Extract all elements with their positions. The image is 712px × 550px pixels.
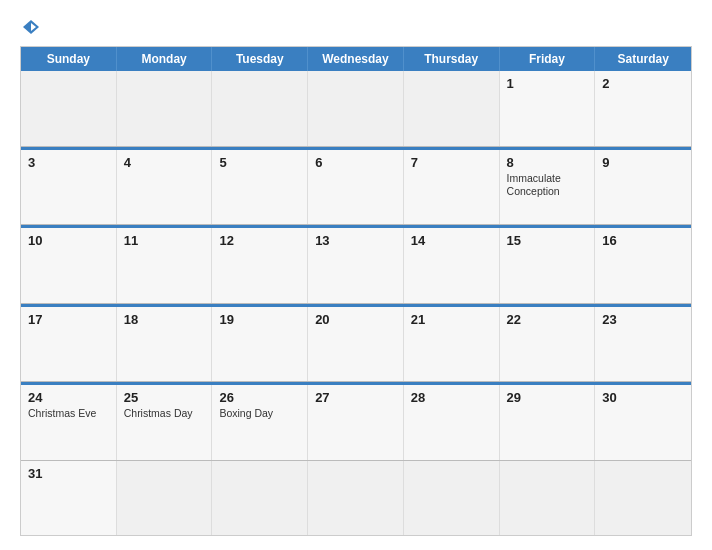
cell-day-number: 19 (219, 312, 300, 327)
cell-day-number: 2 (602, 76, 684, 91)
cal-cell-r2-c1: 11 (117, 228, 213, 303)
cal-cell-r5-c5 (500, 461, 596, 536)
cal-cell-r3-c0: 17 (21, 307, 117, 382)
cell-day-number: 21 (411, 312, 492, 327)
cell-event: Christmas Day (124, 407, 205, 421)
cell-day-number: 9 (602, 155, 684, 170)
cal-cell-r3-c3: 20 (308, 307, 404, 382)
cal-cell-r5-c0: 31 (21, 461, 117, 536)
cal-cell-r1-c2: 5 (212, 150, 308, 225)
cell-day-number: 18 (124, 312, 205, 327)
header (20, 18, 692, 36)
calendar-row-1: 345678Immaculate Conception9 (21, 147, 691, 226)
cal-cell-r5-c1 (117, 461, 213, 536)
header-thursday: Thursday (404, 47, 500, 71)
cal-cell-r1-c6: 9 (595, 150, 691, 225)
cell-day-number: 20 (315, 312, 396, 327)
cell-day-number: 31 (28, 466, 109, 481)
logo-flag-icon (22, 18, 40, 36)
cal-cell-r5-c4 (404, 461, 500, 536)
logo (20, 18, 40, 36)
cell-event: Christmas Eve (28, 407, 109, 421)
cal-cell-r0-c5: 1 (500, 71, 596, 146)
calendar-body: 12345678Immaculate Conception91011121314… (21, 71, 691, 535)
cell-day-number: 22 (507, 312, 588, 327)
calendar-header: Sunday Monday Tuesday Wednesday Thursday… (21, 47, 691, 71)
cal-cell-r3-c1: 18 (117, 307, 213, 382)
cell-day-number: 28 (411, 390, 492, 405)
cell-day-number: 3 (28, 155, 109, 170)
cal-cell-r4-c5: 29 (500, 385, 596, 460)
cell-day-number: 8 (507, 155, 588, 170)
cell-day-number: 13 (315, 233, 396, 248)
cal-cell-r0-c4 (404, 71, 500, 146)
cell-day-number: 14 (411, 233, 492, 248)
cal-cell-r0-c2 (212, 71, 308, 146)
cell-day-number: 29 (507, 390, 588, 405)
header-saturday: Saturday (595, 47, 691, 71)
cal-cell-r2-c3: 13 (308, 228, 404, 303)
cal-cell-r3-c6: 23 (595, 307, 691, 382)
page: Sunday Monday Tuesday Wednesday Thursday… (0, 0, 712, 550)
cell-day-number: 15 (507, 233, 588, 248)
cal-cell-r3-c5: 22 (500, 307, 596, 382)
calendar-row-3: 17181920212223 (21, 304, 691, 383)
cal-cell-r5-c2 (212, 461, 308, 536)
cal-cell-r1-c3: 6 (308, 150, 404, 225)
cell-event: Immaculate Conception (507, 172, 588, 199)
cell-day-number: 1 (507, 76, 588, 91)
cell-day-number: 6 (315, 155, 396, 170)
header-sunday: Sunday (21, 47, 117, 71)
cell-day-number: 30 (602, 390, 684, 405)
cell-day-number: 24 (28, 390, 109, 405)
cell-day-number: 16 (602, 233, 684, 248)
cal-cell-r4-c0: 24Christmas Eve (21, 385, 117, 460)
cal-cell-r1-c1: 4 (117, 150, 213, 225)
cell-day-number: 11 (124, 233, 205, 248)
cal-cell-r0-c3 (308, 71, 404, 146)
cell-day-number: 7 (411, 155, 492, 170)
cal-cell-r1-c5: 8Immaculate Conception (500, 150, 596, 225)
cal-cell-r4-c6: 30 (595, 385, 691, 460)
calendar-row-4: 24Christmas Eve25Christmas Day26Boxing D… (21, 382, 691, 461)
cal-cell-r2-c4: 14 (404, 228, 500, 303)
cal-cell-r2-c6: 16 (595, 228, 691, 303)
cell-event: Boxing Day (219, 407, 300, 421)
cell-day-number: 5 (219, 155, 300, 170)
calendar: Sunday Monday Tuesday Wednesday Thursday… (20, 46, 692, 536)
cal-cell-r2-c0: 10 (21, 228, 117, 303)
cal-cell-r0-c1 (117, 71, 213, 146)
cal-cell-r5-c3 (308, 461, 404, 536)
header-tuesday: Tuesday (212, 47, 308, 71)
cal-cell-r4-c4: 28 (404, 385, 500, 460)
header-friday: Friday (500, 47, 596, 71)
cal-cell-r5-c6 (595, 461, 691, 536)
cell-day-number: 4 (124, 155, 205, 170)
cell-day-number: 23 (602, 312, 684, 327)
cal-cell-r2-c5: 15 (500, 228, 596, 303)
cal-cell-r4-c3: 27 (308, 385, 404, 460)
cal-cell-r3-c4: 21 (404, 307, 500, 382)
header-wednesday: Wednesday (308, 47, 404, 71)
cal-cell-r1-c0: 3 (21, 150, 117, 225)
calendar-row-2: 10111213141516 (21, 225, 691, 304)
cell-day-number: 17 (28, 312, 109, 327)
calendar-row-5: 31 (21, 461, 691, 536)
calendar-row-0: 12 (21, 71, 691, 147)
header-monday: Monday (117, 47, 213, 71)
cal-cell-r4-c1: 25Christmas Day (117, 385, 213, 460)
cal-cell-r0-c6: 2 (595, 71, 691, 146)
cell-day-number: 12 (219, 233, 300, 248)
cell-day-number: 10 (28, 233, 109, 248)
cal-cell-r2-c2: 12 (212, 228, 308, 303)
cal-cell-r4-c2: 26Boxing Day (212, 385, 308, 460)
cal-cell-r1-c4: 7 (404, 150, 500, 225)
cal-cell-r3-c2: 19 (212, 307, 308, 382)
cell-day-number: 26 (219, 390, 300, 405)
cal-cell-r0-c0 (21, 71, 117, 146)
cell-day-number: 25 (124, 390, 205, 405)
cell-day-number: 27 (315, 390, 396, 405)
